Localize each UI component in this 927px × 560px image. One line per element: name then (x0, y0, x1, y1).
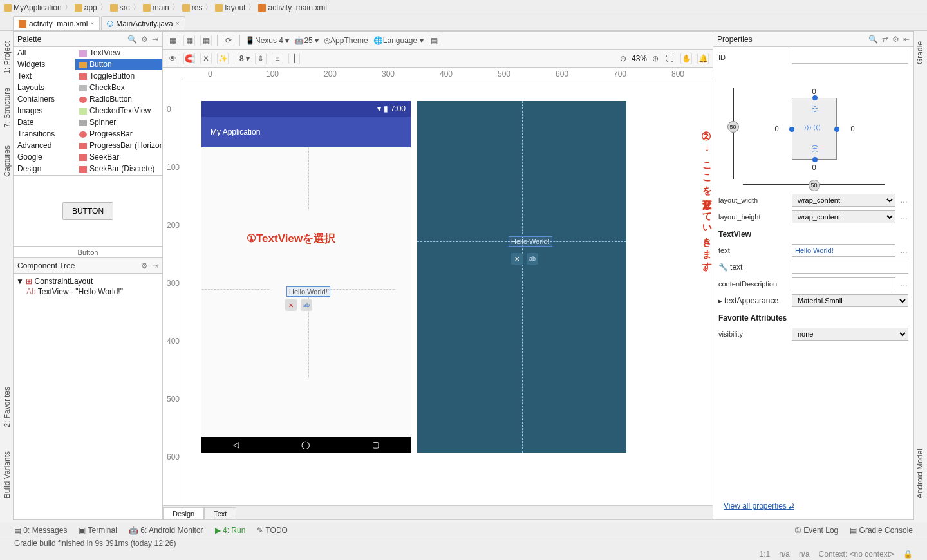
tool-todo[interactable]: ✎ TODO (257, 526, 288, 535)
contentdescription-input[interactable] (792, 277, 895, 290)
annotation-2-num: ② (701, 129, 711, 144)
wifi-icon: ▾ (377, 104, 381, 113)
gear-icon[interactable]: ⚙ (892, 35, 899, 44)
hide-icon[interactable]: ⇤ (903, 35, 910, 44)
palette-widgets[interactable]: TextView Button ToggleButton CheckBox Ra… (75, 47, 162, 175)
baseline-icon[interactable]: ab (301, 299, 312, 311)
tool-gradle-console[interactable]: ▤ Gradle Console (850, 526, 913, 535)
guideline-icon[interactable]: ┃ (288, 53, 300, 64)
search-icon[interactable]: 🔍 (127, 35, 137, 44)
magnet-icon[interactable]: 🧲 (183, 53, 195, 64)
tool-captures[interactable]: Captures (1, 142, 13, 181)
tool-run[interactable]: ▶ 4: Run (215, 526, 246, 535)
palette-categories[interactable]: AllWidgetsTextLayoutsContainersImagesDat… (14, 47, 75, 175)
selected-textview[interactable]: Hello World! (286, 286, 330, 297)
close-icon[interactable]: × (90, 20, 94, 27)
tool-build-variants[interactable]: Build Variants (1, 447, 13, 502)
view-both-icon[interactable]: ▦ (200, 35, 212, 46)
component-tree-body[interactable]: ▼ ⊞ ConstraintLayout Ab TextView - "Hell… (14, 274, 162, 299)
blueprint-preview[interactable]: Hello World! ✕ ab (417, 101, 626, 453)
infer-constraints-icon[interactable]: ✨ (217, 53, 229, 64)
view-all-properties-link[interactable]: View all properties ⇄ (718, 496, 908, 516)
notifications-icon[interactable]: 🔔 (697, 53, 709, 64)
textappearance-select[interactable]: Material.Small (792, 294, 908, 307)
gear-icon[interactable]: ⚙ (141, 261, 148, 270)
more-icon[interactable]: … (899, 246, 908, 255)
tool-terminal[interactable]: ▣ Terminal (79, 526, 117, 535)
search-icon[interactable]: 🔍 (868, 35, 878, 44)
visibility-select[interactable]: none (792, 328, 908, 341)
align-icon[interactable]: ≡ (272, 53, 283, 64)
text-input[interactable] (792, 244, 895, 257)
app-bar: My Application (201, 117, 411, 147)
bottom-tool-strip: ▤ 0: Messages ▣ Terminal 🤖 6: Android Mo… (0, 523, 927, 537)
tool-gradle[interactable]: Gradle (914, 37, 926, 68)
hide-icon[interactable]: ⇥ (152, 35, 158, 44)
design-text-tabs: Design Text (163, 505, 713, 519)
tree-root[interactable]: ▼ ⊞ ConstraintLayout (15, 276, 161, 286)
design-canvas[interactable]: 0100200300400500600700800 01002003004005… (163, 68, 713, 505)
tree-textview[interactable]: Ab TextView - "Hello World!" (15, 286, 161, 297)
tool-android-model[interactable]: Android Model (914, 445, 926, 502)
tool-android-monitor[interactable]: 🤖 6: Android Monitor (129, 526, 203, 535)
more-icon[interactable]: … (899, 212, 908, 221)
more-icon[interactable]: … (899, 196, 908, 205)
text-tools-input[interactable] (792, 261, 908, 274)
pack-icon[interactable]: ⇕ (255, 53, 267, 64)
close-icon[interactable]: × (176, 20, 180, 27)
annotation-1: ①TextViewを選択 (247, 231, 335, 246)
tool-structure[interactable]: 7: Structure (1, 84, 13, 131)
bp-remove-constraint-icon[interactable]: ✕ (511, 253, 523, 265)
swap-icon[interactable]: ⇄ (882, 35, 888, 44)
language-select[interactable]: 🌐Language ▾ (373, 36, 424, 45)
variants-icon[interactable]: ▤ (429, 35, 440, 46)
phone-body[interactable]: ~~~~~~~~~~~~~~~~~~~~ ~~~~~~~~~~~~~~~~~~~… (201, 147, 411, 437)
tab-text[interactable]: Text (204, 507, 236, 519)
section-textview: TextView (718, 230, 908, 239)
wrench-icon: 🔧 (718, 263, 728, 272)
zoom-fit-icon[interactable]: ⛶ (664, 53, 675, 64)
remove-constraint-icon[interactable]: ✕ (285, 299, 297, 311)
tool-messages[interactable]: ▤ 0: Messages (14, 526, 67, 535)
palette-header: Palette 🔍⚙⇥ (14, 32, 162, 47)
breadcrumb[interactable]: MyApplication〉 app〉 src〉 main〉 res〉 layo… (0, 0, 927, 15)
tab-mainactivity[interactable]: CMainActivity.java× (101, 16, 185, 30)
eye-icon[interactable]: 👁 (167, 53, 178, 64)
more-icon[interactable]: … (899, 279, 908, 288)
hide-icon[interactable]: ⇥ (152, 261, 158, 270)
tool-project[interactable]: 1: Project (1, 37, 13, 78)
zoom-out-icon[interactable]: ⊖ (620, 54, 626, 63)
status-bar-right: 1:1n/an/aContext: <no context>🔒 (0, 548, 927, 560)
view-blueprint-icon[interactable]: ▦ (183, 35, 195, 46)
work-area: Palette 🔍⚙⇥ AllWidgetsTextLayoutsContain… (13, 31, 914, 520)
blueprint-textview[interactable]: Hello World! (509, 236, 552, 247)
device-select[interactable]: 📱Nexus 4 ▾ (245, 36, 289, 45)
pan-icon[interactable]: ✋ (680, 53, 692, 64)
device-preview[interactable]: ▾▮7:00 My Application ~~~~~~~~~~~~~~~~~~… (201, 101, 411, 453)
gear-icon[interactable]: ⚙ (141, 35, 148, 44)
select-design-icon[interactable]: ▦ (167, 35, 178, 46)
palette-preview-caption: Button (14, 247, 162, 258)
properties-body: ID 0 0 0 0 ⟩⟩⟩ ⟨⟨⟨ ⟩⟩⟩ ⟨⟨⟨ (713, 47, 913, 519)
layout-width-select[interactable]: wrap_content (792, 194, 895, 207)
design-surface[interactable]: ▾▮7:00 My Application ~~~~~~~~~~~~~~~~~~… (201, 101, 626, 453)
zoom-in-icon[interactable]: ⊕ (652, 54, 659, 63)
tool-event-log[interactable]: ① Event Log (794, 526, 838, 535)
layout-height-select[interactable]: wrap_content (792, 210, 895, 223)
api-select[interactable]: 🤖25 ▾ (294, 36, 319, 45)
tool-favorites[interactable]: 2: Favorites (1, 383, 13, 431)
bp-baseline-icon[interactable]: ab (527, 253, 538, 265)
theme-select[interactable]: ◎AppTheme (324, 36, 368, 45)
editor-tabs: activity_main.xml× CMainActivity.java× (0, 15, 927, 31)
status-bar: Gradle build finished in 9s 391ms (today… (0, 537, 927, 548)
tab-activity-main[interactable]: activity_main.xml× (13, 16, 100, 30)
prop-id-input[interactable] (792, 51, 908, 64)
tab-design[interactable]: Design (163, 507, 204, 519)
status-bar: ▾▮7:00 (201, 101, 411, 117)
zoom-level: 43% (632, 54, 647, 63)
constraint-inspector[interactable]: 0 0 0 0 ⟩⟩⟩ ⟨⟨⟨ ⟩⟩⟩ ⟨⟨⟨ 50 (718, 68, 908, 190)
section-favorite: Favorite Attributes (718, 313, 908, 322)
default-margin[interactable]: 8 ▾ (239, 54, 250, 63)
clear-constraints-icon[interactable]: ✕ (200, 53, 212, 64)
orientation-icon[interactable]: ⟳ (223, 35, 234, 46)
